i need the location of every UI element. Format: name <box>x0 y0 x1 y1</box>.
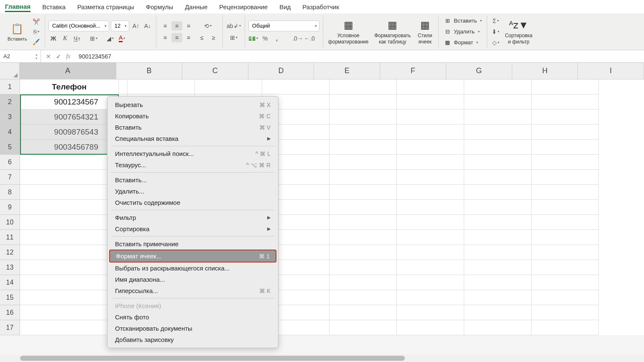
delete-cells-button[interactable]: ⊟Удалить▾ <box>442 27 481 36</box>
tab-home[interactable]: Главная <box>5 1 31 12</box>
col-header-d[interactable]: D <box>248 63 314 79</box>
cell-a3[interactable]: 9007654321 <box>20 110 119 125</box>
name-box[interactable]: A2 ▴▾ <box>0 50 41 62</box>
row-header-1[interactable]: 1 <box>0 79 20 94</box>
cell-a5[interactable]: 9003456789 <box>20 140 119 155</box>
row-header-2[interactable]: 2 <box>0 94 20 110</box>
ctx-range-name[interactable]: Имя диапазона... <box>107 274 278 285</box>
paste-button[interactable]: 📋 Вставить <box>6 21 29 42</box>
font-size-select[interactable]: 12▾ <box>111 20 129 31</box>
font-name-select[interactable]: Calibri (Основной...▾ <box>49 20 109 31</box>
ctx-format-cells[interactable]: Формат ячеек...⌘ 1 <box>109 250 276 263</box>
ctx-scan[interactable]: Отсканировать документы <box>107 323 278 334</box>
ctx-clear[interactable]: Очистить содержимое <box>107 197 278 208</box>
row-header-7[interactable]: 7 <box>0 170 20 185</box>
tab-review[interactable]: Рецензирование <box>219 2 268 12</box>
col-header-g[interactable]: G <box>446 63 512 79</box>
autosum-button[interactable]: Σ▾ <box>491 16 501 25</box>
cell-styles-button[interactable]: ▦ Стили ячеек <box>415 18 435 46</box>
cell-a4[interactable]: 9009876543 <box>20 125 119 140</box>
wrap-text-button[interactable]: ab↲▾ <box>226 21 241 31</box>
row-header-8[interactable]: 8 <box>0 185 20 200</box>
ctx-hyperlink[interactable]: Гиперссылка...⌘ K <box>107 285 278 296</box>
ctx-copy[interactable]: Копировать⌘ C <box>107 110 278 122</box>
col-header-i[interactable]: I <box>578 63 644 79</box>
row-header-3[interactable]: 3 <box>0 110 20 125</box>
align-center-button[interactable]: ≡ <box>171 33 182 42</box>
row-header-12[interactable]: 12 <box>0 245 20 260</box>
col-header-b[interactable]: B <box>116 63 182 79</box>
ctx-insert[interactable]: Вставить... <box>107 174 278 186</box>
row-header-13[interactable]: 13 <box>0 260 20 275</box>
format-cells-button[interactable]: ▦Формат▾ <box>442 38 480 47</box>
row-header-10[interactable]: 10 <box>0 215 20 230</box>
row-header-11[interactable]: 11 <box>0 230 20 245</box>
conditional-format-button[interactable]: ▦ Условное форматирование <box>327 18 370 46</box>
cell-a2[interactable]: 9001234567 <box>20 94 119 110</box>
col-header-f[interactable]: F <box>380 63 446 79</box>
format-as-table-button[interactable]: ▦ Форматировать как таблицу <box>373 18 412 46</box>
merge-button[interactable]: ⊞▾ <box>226 33 241 42</box>
increase-indent-button[interactable]: ≥ <box>208 33 219 42</box>
col-header-a[interactable]: A <box>20 63 116 79</box>
tab-developer[interactable]: Разработчик <box>302 2 339 12</box>
align-top-button[interactable]: ≡ <box>160 21 171 31</box>
ctx-sketch[interactable]: Добавить зарисовку <box>107 334 278 345</box>
format-painter-button[interactable]: 🖌️ <box>31 37 41 46</box>
decrease-indent-button[interactable]: ≤ <box>197 33 207 42</box>
cancel-formula-icon[interactable]: ✕ <box>46 53 51 60</box>
col-header-c[interactable]: C <box>182 63 248 79</box>
cut-button[interactable]: ✂️ <box>31 17 41 26</box>
row-header-17[interactable]: 17 <box>0 320 20 335</box>
ctx-photo[interactable]: Снять фото <box>107 311 278 323</box>
row-header-6[interactable]: 6 <box>0 155 20 170</box>
decrease-font-button[interactable]: A↓ <box>143 21 153 31</box>
decrease-decimal-button[interactable]: ←.0 <box>304 34 314 43</box>
currency-button[interactable]: 💵▾ <box>248 34 258 43</box>
bold-button[interactable]: Ж <box>49 34 59 43</box>
row-header-14[interactable]: 14 <box>0 275 20 290</box>
underline-button[interactable]: Ч▾ <box>72 34 82 43</box>
horizontal-scrollbar[interactable] <box>0 354 644 362</box>
col-header-h[interactable]: H <box>512 63 578 79</box>
row-header-5[interactable]: 5 <box>0 140 20 155</box>
borders-button[interactable]: ⊞▾ <box>89 34 99 43</box>
align-bottom-button[interactable]: ≡ <box>183 21 194 31</box>
number-format-select[interactable]: Общий▾ <box>248 20 319 31</box>
percent-button[interactable]: % <box>260 34 270 43</box>
scrollbar-thumb[interactable] <box>20 356 405 361</box>
clear-button[interactable]: ◇▾ <box>491 38 501 47</box>
align-right-button[interactable]: ≡ <box>183 33 194 42</box>
copy-button[interactable]: ⎘▾ <box>31 27 41 36</box>
ctx-smart-lookup[interactable]: Интеллектуальный поиск...^ ⌘ L <box>107 148 278 159</box>
tab-formulas[interactable]: Формулы <box>146 2 173 12</box>
row-header-9[interactable]: 9 <box>0 200 20 215</box>
fill-color-button[interactable]: ◢▾ <box>105 34 115 43</box>
font-color-button[interactable]: А▾ <box>117 34 127 43</box>
cell-a1[interactable]: Телефон <box>20 79 119 94</box>
formula-input[interactable]: 9001234567 <box>75 53 644 60</box>
fx-icon[interactable]: fx <box>66 53 70 60</box>
align-left-button[interactable]: ≡ <box>160 33 171 42</box>
ctx-filter[interactable]: Фильтр▶ <box>107 212 278 223</box>
col-header-e[interactable]: E <box>314 63 380 79</box>
ctx-add-comment[interactable]: Вставить примечание <box>107 238 278 250</box>
ctx-dropdown-pick[interactable]: Выбрать из раскрывающегося списка... <box>107 263 278 274</box>
italic-button[interactable]: К <box>60 34 70 43</box>
increase-font-button[interactable]: A↑ <box>131 21 141 31</box>
select-all-corner[interactable] <box>0 63 20 79</box>
ctx-delete[interactable]: Удалить... <box>107 186 278 197</box>
align-middle-button[interactable]: ≡ <box>171 21 182 31</box>
increase-decimal-button[interactable]: .0→ <box>293 34 303 43</box>
tab-view[interactable]: Вид <box>279 2 291 12</box>
row-header-4[interactable]: 4 <box>0 125 20 140</box>
tab-data[interactable]: Данные <box>185 2 207 12</box>
confirm-formula-icon[interactable]: ✓ <box>56 53 61 60</box>
ctx-sort[interactable]: Сортировка▶ <box>107 223 278 235</box>
row-header-15[interactable]: 15 <box>0 290 20 305</box>
insert-cells-button[interactable]: ⊞Вставить▾ <box>442 16 483 25</box>
row-header-16[interactable]: 16 <box>0 305 20 320</box>
orientation-button[interactable]: ⟲▾ <box>203 21 213 31</box>
ctx-paste[interactable]: Вставить⌘ V <box>107 122 278 133</box>
fill-button[interactable]: ⬇▾ <box>491 27 501 36</box>
